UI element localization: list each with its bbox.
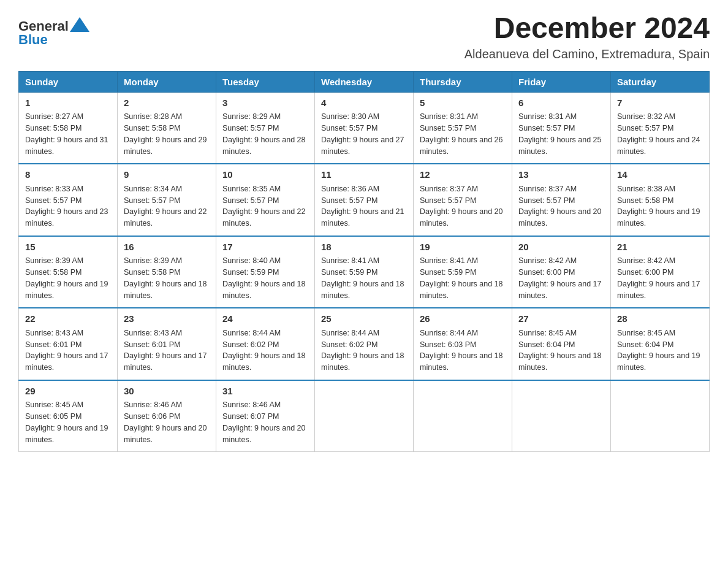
calendar-cell: 23Sunrise: 8:43 AMSunset: 6:01 PMDayligh… [118, 308, 216, 380]
day-number: 11 [321, 168, 407, 182]
daylight-text: Daylight: 9 hours and 17 minutes. [617, 278, 703, 302]
sunrise-text: Sunrise: 8:35 AM [222, 183, 308, 195]
calendar-week-row: 29Sunrise: 8:45 AMSunset: 6:05 PMDayligh… [19, 380, 710, 452]
sunrise-text: Sunrise: 8:37 AM [518, 183, 604, 195]
sunset-text: Sunset: 5:58 PM [25, 123, 111, 134]
sunset-text: Sunset: 5:57 PM [124, 195, 210, 207]
logo-svg: General Blue [18, 12, 98, 46]
column-header-wednesday: Wednesday [315, 71, 414, 92]
calendar-cell: 25Sunrise: 8:44 AMSunset: 6:02 PMDayligh… [315, 308, 414, 380]
day-number: 12 [420, 168, 506, 182]
sunset-text: Sunset: 5:58 PM [617, 195, 703, 207]
sunset-text: Sunset: 5:57 PM [321, 123, 407, 134]
calendar-cell: 24Sunrise: 8:44 AMSunset: 6:02 PMDayligh… [216, 308, 315, 380]
day-number: 6 [518, 96, 604, 110]
daylight-text: Daylight: 9 hours and 18 minutes. [124, 278, 210, 302]
calendar-cell: 18Sunrise: 8:41 AMSunset: 5:59 PMDayligh… [315, 236, 414, 308]
day-number: 26 [420, 312, 506, 326]
sunset-text: Sunset: 5:57 PM [518, 123, 604, 134]
daylight-text: Daylight: 9 hours and 24 minutes. [617, 134, 703, 158]
sunrise-text: Sunrise: 8:31 AM [420, 111, 506, 123]
calendar-week-row: 1Sunrise: 8:27 AMSunset: 5:58 PMDaylight… [19, 92, 710, 164]
day-number: 10 [222, 168, 308, 182]
calendar-week-row: 8Sunrise: 8:33 AMSunset: 5:57 PMDaylight… [19, 164, 710, 236]
day-number: 1 [25, 96, 111, 110]
column-header-sunday: Sunday [19, 71, 118, 92]
sunset-text: Sunset: 6:01 PM [25, 339, 111, 351]
svg-marker-1 [70, 17, 89, 32]
sunset-text: Sunset: 5:58 PM [124, 123, 210, 134]
sunset-text: Sunset: 5:57 PM [617, 123, 703, 134]
daylight-text: Daylight: 9 hours and 23 minutes. [25, 206, 111, 229]
sunrise-text: Sunrise: 8:45 AM [25, 399, 111, 411]
daylight-text: Daylight: 9 hours and 27 minutes. [321, 134, 407, 158]
sunrise-text: Sunrise: 8:33 AM [25, 183, 111, 195]
sunrise-text: Sunrise: 8:27 AM [25, 111, 111, 123]
daylight-text: Daylight: 9 hours and 17 minutes. [124, 350, 210, 373]
daylight-text: Daylight: 9 hours and 19 minutes. [617, 206, 703, 229]
sunset-text: Sunset: 6:01 PM [124, 339, 210, 351]
sunset-text: Sunset: 6:03 PM [420, 339, 506, 351]
daylight-text: Daylight: 9 hours and 26 minutes. [420, 134, 506, 158]
calendar-cell: 11Sunrise: 8:36 AMSunset: 5:57 PMDayligh… [315, 164, 414, 236]
sunrise-text: Sunrise: 8:44 AM [420, 327, 506, 339]
daylight-text: Daylight: 9 hours and 18 minutes. [420, 350, 506, 373]
daylight-text: Daylight: 9 hours and 17 minutes. [25, 350, 111, 373]
column-header-saturday: Saturday [611, 71, 710, 92]
day-number: 18 [321, 240, 407, 255]
daylight-text: Daylight: 9 hours and 20 minutes. [420, 206, 506, 229]
calendar-cell: 20Sunrise: 8:42 AMSunset: 6:00 PMDayligh… [512, 236, 611, 308]
sunset-text: Sunset: 6:00 PM [617, 267, 703, 278]
daylight-text: Daylight: 9 hours and 31 minutes. [25, 134, 111, 158]
daylight-text: Daylight: 9 hours and 20 minutes. [222, 423, 308, 446]
day-number: 21 [617, 240, 703, 255]
sunset-text: Sunset: 6:02 PM [222, 339, 308, 351]
day-number: 31 [222, 385, 308, 399]
day-number: 29 [25, 385, 111, 399]
sunrise-text: Sunrise: 8:41 AM [420, 255, 506, 267]
calendar-cell: 1Sunrise: 8:27 AMSunset: 5:58 PMDaylight… [19, 92, 118, 164]
calendar-cell: 27Sunrise: 8:45 AMSunset: 6:04 PMDayligh… [512, 308, 611, 380]
day-number: 22 [25, 312, 111, 326]
calendar-cell: 5Sunrise: 8:31 AMSunset: 5:57 PMDaylight… [414, 92, 512, 164]
sunrise-text: Sunrise: 8:28 AM [124, 111, 210, 123]
day-number: 23 [124, 312, 210, 326]
calendar-cell [315, 380, 414, 452]
sunrise-text: Sunrise: 8:30 AM [321, 111, 407, 123]
day-number: 27 [518, 312, 604, 326]
sunrise-text: Sunrise: 8:44 AM [321, 327, 407, 339]
calendar-table: SundayMondayTuesdayWednesdayThursdayFrid… [18, 71, 710, 453]
sunset-text: Sunset: 6:04 PM [617, 339, 703, 351]
sunset-text: Sunset: 6:00 PM [518, 267, 604, 278]
day-number: 7 [617, 96, 703, 110]
day-number: 14 [617, 168, 703, 182]
sunset-text: Sunset: 5:57 PM [222, 195, 308, 207]
daylight-text: Daylight: 9 hours and 21 minutes. [321, 206, 407, 229]
calendar-cell: 17Sunrise: 8:40 AMSunset: 5:59 PMDayligh… [216, 236, 315, 308]
daylight-text: Daylight: 9 hours and 18 minutes. [420, 278, 506, 302]
sunrise-text: Sunrise: 8:39 AM [25, 255, 111, 267]
sunrise-text: Sunrise: 8:41 AM [321, 255, 407, 267]
sunset-text: Sunset: 5:58 PM [25, 267, 111, 278]
day-number: 24 [222, 312, 308, 326]
calendar-cell: 31Sunrise: 8:46 AMSunset: 6:07 PMDayligh… [216, 380, 315, 452]
column-header-tuesday: Tuesday [216, 71, 315, 92]
day-number: 2 [124, 96, 210, 110]
sunrise-text: Sunrise: 8:44 AM [222, 327, 308, 339]
calendar-cell: 26Sunrise: 8:44 AMSunset: 6:03 PMDayligh… [414, 308, 512, 380]
daylight-text: Daylight: 9 hours and 20 minutes. [518, 206, 604, 229]
calendar-cell [611, 380, 710, 452]
calendar-cell [512, 380, 611, 452]
sunrise-text: Sunrise: 8:36 AM [321, 183, 407, 195]
calendar-cell: 29Sunrise: 8:45 AMSunset: 6:05 PMDayligh… [19, 380, 118, 452]
sunrise-text: Sunrise: 8:40 AM [222, 255, 308, 267]
calendar-cell: 21Sunrise: 8:42 AMSunset: 6:00 PMDayligh… [611, 236, 710, 308]
calendar-week-row: 15Sunrise: 8:39 AMSunset: 5:58 PMDayligh… [19, 236, 710, 308]
sunrise-text: Sunrise: 8:29 AM [222, 111, 308, 123]
daylight-text: Daylight: 9 hours and 29 minutes. [124, 134, 210, 158]
day-number: 8 [25, 168, 111, 182]
calendar-header-row: SundayMondayTuesdayWednesdayThursdayFrid… [19, 71, 710, 92]
daylight-text: Daylight: 9 hours and 28 minutes. [222, 134, 308, 158]
sunset-text: Sunset: 6:02 PM [321, 339, 407, 351]
daylight-text: Daylight: 9 hours and 25 minutes. [518, 134, 604, 158]
